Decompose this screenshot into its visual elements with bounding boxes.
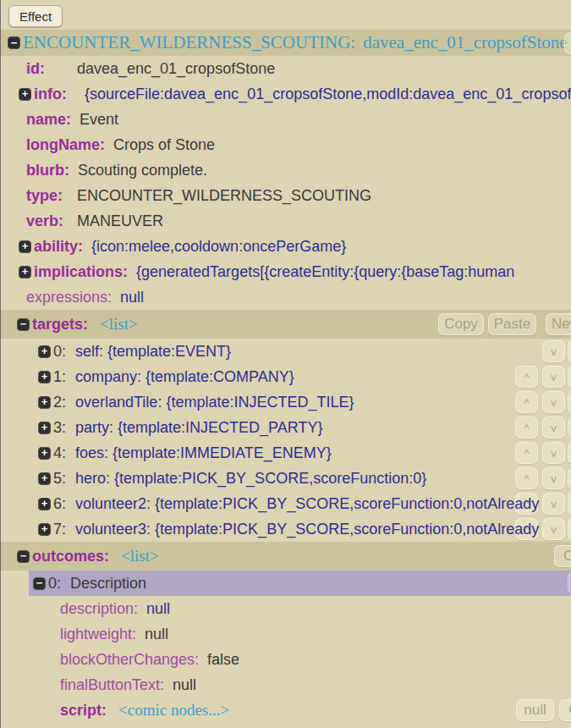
outcome-item-row-selected[interactable]: 0 Description	[29, 571, 571, 596]
prop-row-lightweight: lightweight null	[1, 621, 571, 647]
field-value[interactable]: null	[146, 600, 170, 618]
move-down-button[interactable]: v	[542, 442, 565, 464]
move-up-button[interactable]: ^	[515, 467, 538, 489]
field-key: lightweight	[60, 626, 136, 643]
field-key: id	[26, 60, 69, 78]
null-button[interactable]: null	[516, 699, 554, 721]
field-value[interactable]: Event	[80, 111, 118, 129]
collapse-icon[interactable]	[17, 318, 30, 331]
expand-icon[interactable]	[38, 396, 51, 409]
item-index: 3	[53, 419, 68, 437]
expand-icon[interactable]	[38, 523, 51, 536]
expand-icon[interactable]	[19, 240, 31, 253]
item-index: 2	[53, 394, 68, 411]
field-value[interactable]: {icon:melee,cooldown:oncePerGame}	[91, 238, 346, 256]
clipped-button[interactable]	[568, 416, 571, 438]
item-index: 0	[48, 575, 63, 593]
clipped-button[interactable]	[568, 467, 571, 489]
expand-icon[interactable]	[38, 422, 51, 434]
collapse-icon[interactable]	[33, 577, 46, 590]
field-value[interactable]: {generatedTargets[{createEntity:{query:{…	[136, 263, 514, 281]
field-key: info	[34, 85, 76, 103]
item-value: hero: {template:PICK_BY_SCORE,scoreFunct…	[75, 470, 426, 488]
root-node-row[interactable]: ENCOUNTER_WILDERNESS_SCOUTING davea_enc_…	[1, 30, 571, 56]
field-key: name	[26, 111, 71, 129]
targets-list-row[interactable]: targets <list> Copy Paste New	[1, 310, 571, 339]
move-down-button[interactable]: v	[542, 467, 565, 489]
move-up-button[interactable]: ^	[515, 442, 538, 464]
field-row-name: name Event	[1, 107, 571, 132]
clipped-button[interactable]	[568, 391, 571, 413]
move-down-button[interactable]: v	[542, 340, 565, 362]
field-value[interactable]: MANEUVER	[77, 212, 163, 230]
clipped-button[interactable]	[564, 32, 571, 54]
target-item-row[interactable]: 5 hero: {template:PICK_BY_SCORE,scoreFun…	[1, 466, 571, 491]
target-item-row[interactable]: 0 self: {template:EVENT} v	[1, 339, 571, 364]
field-value[interactable]: ENCOUNTER_WILDERNESS_SCOUTING	[77, 187, 371, 205]
target-item-row[interactable]: 2 overlandTile: {template:INJECTED_TILE}…	[1, 389, 571, 415]
field-key: longName	[26, 136, 105, 154]
effect-button[interactable]: Effect	[8, 5, 63, 27]
collapse-icon[interactable]	[17, 550, 30, 563]
field-key: implications	[34, 263, 128, 281]
new-button[interactable]: New	[546, 313, 571, 335]
target-item-row[interactable]: 1 company: {template:COMPANY} ^ v	[1, 364, 571, 389]
field-value[interactable]: davea_enc_01_cropsofStone	[77, 60, 275, 78]
field-value[interactable]: Crops of Stone	[113, 136, 215, 154]
move-down-button[interactable]: v	[542, 416, 565, 438]
field-value[interactable]: {sourceFile:davea_enc_01_cropsofStone,mo…	[85, 85, 571, 103]
expand-icon[interactable]	[38, 371, 51, 383]
item-value: party: {template:INJECTED_PARTY}	[75, 419, 322, 437]
paste-button[interactable]: Paste	[488, 313, 536, 335]
field-key: finalButtonText	[60, 676, 164, 694]
field-row-verb: verb MANEUVER	[1, 208, 571, 234]
field-row-type: type ENCOUNTER_WILDERNESS_SCOUTING	[1, 183, 571, 208]
field-value[interactable]: null	[120, 289, 144, 306]
target-item-row[interactable]: 6 volunteer2: {template:PICK_BY_SCORE,sc…	[1, 491, 571, 516]
item-index: 7	[53, 521, 68, 538]
clipped-button[interactable]	[568, 572, 571, 594]
field-key: verb	[26, 212, 69, 230]
collapse-icon[interactable]	[8, 36, 20, 49]
field-row-longname: longName Crops of Stone	[1, 132, 571, 157]
expand-icon[interactable]	[19, 266, 31, 279]
move-up-button[interactable]: ^	[515, 366, 538, 388]
copy-button[interactable]: Copy	[559, 699, 571, 721]
expand-icon[interactable]	[38, 472, 51, 485]
field-key: expressions	[26, 289, 112, 306]
clipped-button[interactable]	[568, 442, 571, 464]
target-item-row[interactable]: 3 party: {template:INJECTED_PARTY} ^ v	[1, 415, 571, 440]
field-value[interactable]: false	[207, 651, 239, 669]
copy-button[interactable]: Copy	[438, 313, 484, 335]
target-item-row[interactable]: 4 foes: {template:IMMEDIATE_ENEMY} ^ v	[1, 440, 571, 466]
field-value[interactable]: null	[145, 626, 168, 643]
move-down-button[interactable]: v	[542, 518, 565, 540]
field-value[interactable]: <comic nodes...>	[118, 701, 229, 720]
move-down-button[interactable]: v	[542, 391, 565, 413]
outcomes-list-row[interactable]: outcomes <list> Copy	[1, 542, 571, 571]
field-value[interactable]: null	[173, 676, 196, 694]
expand-icon[interactable]	[19, 88, 31, 101]
target-item-row[interactable]: 7 volunteer3: {template:PICK_BY_SCORE,sc…	[1, 516, 571, 542]
move-down-button[interactable]: v	[542, 493, 565, 515]
list-tag: <list>	[121, 547, 159, 565]
item-index: 4	[53, 444, 68, 462]
clipped-button[interactable]	[568, 518, 571, 540]
move-up-button[interactable]: ^	[515, 391, 538, 413]
effect-editor-panel: Effect ENCOUNTER_WILDERNESS_SCOUTING dav…	[0, 0, 571, 728]
move-up-button[interactable]: ^	[515, 416, 538, 438]
clipped-button[interactable]	[568, 366, 571, 388]
expand-icon[interactable]	[38, 498, 51, 510]
prop-row-blockotherchanges: blockOtherChanges false	[1, 647, 571, 672]
item-value: foes: {template:IMMEDIATE_ENEMY}	[75, 444, 332, 462]
clipped-button[interactable]	[568, 493, 571, 515]
expand-icon[interactable]	[38, 345, 51, 358]
move-down-button[interactable]: v	[542, 366, 565, 388]
field-row-ability: ability {icon:melee,cooldown:oncePerGame…	[1, 234, 571, 259]
field-value[interactable]: Scouting complete.	[78, 162, 207, 179]
copy-button[interactable]: Copy	[554, 545, 571, 567]
field-row-blurb: blurb Scouting complete.	[1, 157, 571, 183]
clipped-button[interactable]	[568, 340, 571, 362]
expand-icon[interactable]	[38, 447, 51, 460]
field-key: blockOtherChanges	[60, 651, 199, 669]
